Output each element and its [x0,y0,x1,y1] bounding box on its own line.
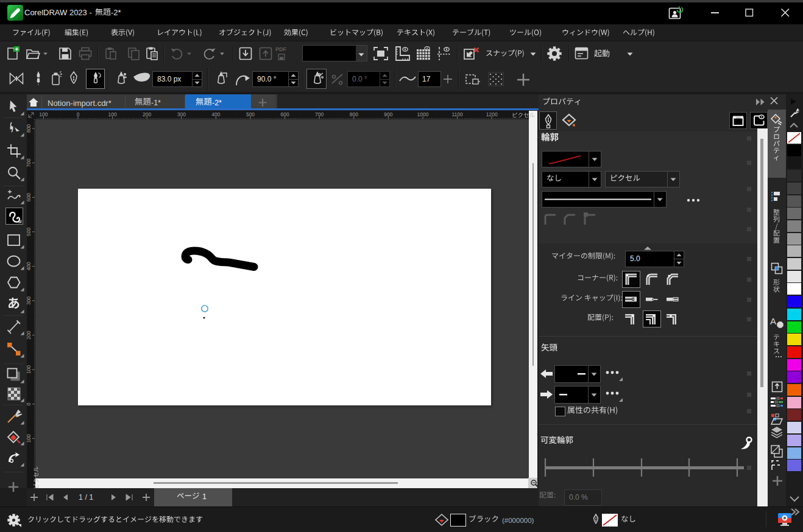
svg-text:600: 600 [281,111,289,117]
svg-text:1000: 1000 [417,111,429,117]
svg-text:0: 0 [77,111,80,117]
svg-text:200: 200 [143,111,151,117]
svg-text:1100: 1100 [451,111,463,117]
svg-text:500: 500 [246,111,255,117]
svg-text:1200: 1200 [486,111,498,117]
svg-text:100: 100 [108,111,117,117]
svg-text:700: 700 [315,111,324,117]
svg-text:300: 300 [177,111,186,117]
svg-text:400: 400 [211,111,220,117]
svg-text:800: 800 [350,111,358,117]
svg-text:100: 100 [39,111,48,117]
svg-text:900: 900 [384,111,392,117]
